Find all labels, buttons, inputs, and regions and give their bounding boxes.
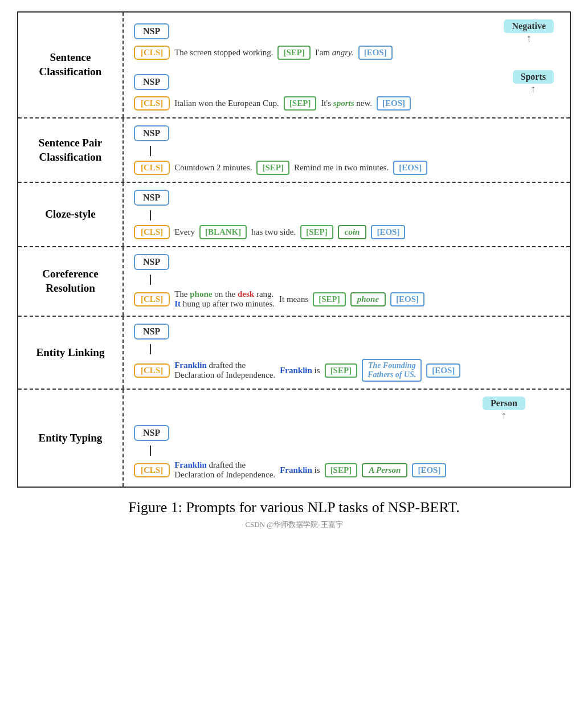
- negative-label: Negative: [504, 19, 554, 33]
- sub-row-sports: NSP Sports ↑ [CLS] Italian won the Europ…: [134, 70, 560, 111]
- section-entity-linking: Entity Linking NSP [CLS] Franklin drafte…: [18, 317, 570, 390]
- nsp-box-1: NSP: [134, 23, 169, 39]
- cls-box-4: [CLS]: [134, 225, 170, 239]
- nsp-row-2: NSP Sports ↑: [134, 70, 560, 94]
- sub-row-negative: NSP Negative ↑ [CLS] The screen stopped …: [134, 19, 560, 60]
- content-entity-typing: Person ↑ NSP [CLS] Franklin drafted theD…: [124, 390, 570, 487]
- cls-box-7: [CLS]: [134, 463, 170, 477]
- sentence-row-7: [CLS] Franklin drafted theDeclaration of…: [134, 460, 560, 480]
- nsp-row-6: NSP: [134, 324, 560, 340]
- cls-box-3: [CLS]: [134, 161, 170, 175]
- label-coreference: CoreferenceResolution: [18, 247, 124, 316]
- sentence2-text-2: It's sports new.: [321, 99, 372, 108]
- franklin-is-text-2: Franklin is: [280, 465, 320, 475]
- nsp-row-4: NSP: [134, 190, 560, 206]
- content-coreference: NSP [CLS] The phone on the desk rang. It…: [124, 247, 570, 316]
- blank-box: [BLANK]: [199, 225, 247, 239]
- sentence1-text-5: The phone on the desk rang. It hung up a…: [174, 289, 275, 309]
- eos-box-1: [EOS]: [358, 46, 393, 60]
- sentence-row-4: [CLS] Every [BLANK] has two side. [SEP] …: [134, 225, 560, 239]
- sentence1-text-6: Franklin drafted theDeclaration of Indep…: [174, 361, 275, 380]
- cls-box-1: [CLS]: [134, 46, 170, 60]
- sentence1-text-2: Italian won the European Cup.: [174, 99, 279, 108]
- sep-box-2: [SEP]: [284, 96, 317, 111]
- figure-caption: Figure 1: Prompts for various NLP tasks …: [17, 499, 571, 516]
- nsp-row-3: NSP: [134, 125, 560, 141]
- watermark: CSDN @华师数据学院-王嘉宇: [17, 520, 571, 530]
- eos-box-6: [EOS]: [426, 363, 460, 378]
- eos-box-2: [EOS]: [377, 96, 411, 111]
- section-sentence-classification: SentenceClassification NSP Negative ↑: [18, 13, 570, 118]
- person-label: Person: [483, 397, 525, 410]
- cls-box-5: [CLS]: [134, 292, 170, 306]
- sentence1-text-3: Countdown 2 minutes.: [174, 163, 252, 173]
- nsp-box-3: NSP: [134, 125, 169, 141]
- sentence-row-1: [CLS] The screen stopped working. [SEP] …: [134, 46, 560, 60]
- it-means: It means: [279, 295, 308, 304]
- cls-box-6: [CLS]: [134, 363, 170, 378]
- eos-box-5: [EOS]: [390, 292, 424, 306]
- content-sentence-pair: NSP [CLS] Countdown 2 minutes. [SEP] Rem…: [124, 118, 570, 182]
- sep-box-7: [SEP]: [325, 463, 358, 477]
- eos-box-7: [EOS]: [412, 463, 446, 477]
- nsp-box-2: NSP: [134, 74, 169, 90]
- section-coreference: CoreferenceResolution NSP [CLS] The phon…: [18, 247, 570, 317]
- sentence1-text-1: The screen stopped working.: [174, 48, 273, 58]
- nsp-box-5: NSP: [134, 254, 169, 270]
- sentence2-text-3: Remind me in two minutes.: [294, 163, 389, 173]
- label-cloze: Cloze-style: [18, 183, 124, 246]
- content-cloze: NSP [CLS] Every [BLANK] has two side. [S…: [124, 183, 570, 246]
- sep-box-6: [SEP]: [325, 363, 358, 378]
- sentence2-text-1: I'am angry.: [315, 48, 354, 58]
- section-entity-typing: Entity Typing Person ↑ NSP [CLS] Frankli…: [18, 390, 570, 487]
- main-diagram: SentenceClassification NSP Negative ↑: [17, 11, 571, 488]
- sentence-row-6: [CLS] Franklin drafted theDeclaration of…: [134, 359, 560, 382]
- arrow-sports: ↑: [530, 84, 536, 94]
- sports-label: Sports: [513, 70, 554, 84]
- sep-box-1: [SEP]: [277, 46, 311, 60]
- label-entity-linking: Entity Linking: [18, 317, 124, 389]
- content-sentence-classification: NSP Negative ↑ [CLS] The screen stopped …: [124, 13, 570, 117]
- label-sentence-classification: SentenceClassification: [18, 13, 124, 117]
- cls-box-2: [CLS]: [134, 96, 170, 111]
- sentence1-text-4: Every: [174, 227, 195, 237]
- nsp-box-6: NSP: [134, 324, 169, 340]
- section-cloze: Cloze-style NSP [CLS] Every [BLANK] has …: [18, 183, 570, 247]
- franklin-is-text: Franklin is: [280, 366, 320, 375]
- sentence1-text-7: Franklin drafted theDeclaration of Indep…: [174, 460, 275, 480]
- sentence-row-3: [CLS] Countdown 2 minutes. [SEP] Remind …: [134, 161, 560, 175]
- nsp-row-7: NSP: [134, 425, 560, 441]
- arrow-negative: ↑: [526, 33, 532, 43]
- sentence-row-5: [CLS] The phone on the desk rang. It hun…: [134, 289, 560, 309]
- nsp-box-4: NSP: [134, 190, 169, 206]
- a-person-box: A Person: [362, 463, 407, 477]
- sep-box-4: [SEP]: [300, 225, 333, 239]
- content-entity-linking: NSP [CLS] Franklin drafted theDeclaratio…: [124, 317, 570, 389]
- eos-box-4: [EOS]: [371, 225, 405, 239]
- arrow-person: ↑: [501, 410, 507, 420]
- label-sentence-pair: Sentence PairClassification: [18, 118, 124, 182]
- sep-box-3: [SEP]: [256, 161, 289, 175]
- nsp-row-5: NSP: [134, 254, 560, 270]
- phone-box: phone: [350, 292, 386, 306]
- founding-box: The FoundingFathers of US.: [362, 359, 422, 382]
- sentence1-text-4b: has two side.: [251, 227, 296, 237]
- eos-box-3: [EOS]: [393, 161, 427, 175]
- label-entity-typing: Entity Typing: [18, 390, 124, 487]
- sep-box-5: [SEP]: [313, 292, 346, 306]
- sentence-row-2: [CLS] Italian won the European Cup. [SEP…: [134, 96, 560, 111]
- nsp-row-1: NSP Negative ↑: [134, 19, 560, 43]
- nsp-box-7: NSP: [134, 425, 169, 441]
- coin-box: coin: [338, 225, 367, 239]
- section-sentence-pair: Sentence PairClassification NSP [CLS] Co…: [18, 118, 570, 183]
